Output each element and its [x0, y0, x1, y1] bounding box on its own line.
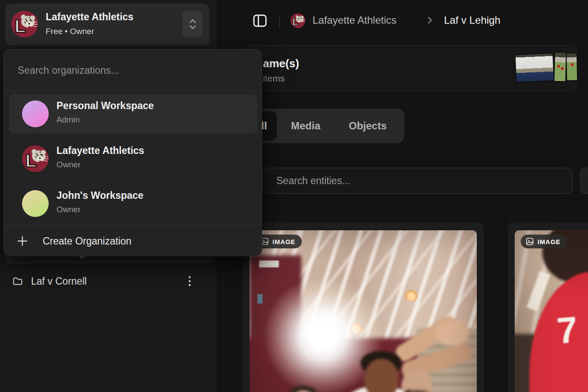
collection-title-fragment: ame(s): [263, 57, 299, 70]
workspace-role: Admin: [56, 115, 80, 125]
entity-card-body: 7 IMAGE: [508, 223, 588, 392]
entity-card-body: 44 IMAGE: [243, 223, 484, 392]
image-type-badge: IMAGE: [521, 235, 567, 248]
workspace-role: Owner: [56, 160, 81, 169]
collection-item-count-fragment: items: [263, 73, 285, 84]
org-option-johns-workspace[interactable]: John's Workspace Owner: [9, 184, 257, 223]
tab-objects[interactable]: Objects: [335, 111, 401, 141]
org-option-personal-workspace[interactable]: Personal Workspace Admin: [9, 94, 257, 133]
collection-summary-card[interactable]: ame(s) items: [241, 45, 576, 91]
item-menu-button[interactable]: [184, 276, 195, 287]
workspace-avatar: [22, 190, 49, 217]
image-icon: [525, 237, 534, 246]
sidebar-item-laf-v-cornell[interactable]: Laf v Cornell: [5, 270, 213, 292]
collection-thumbnails: [516, 51, 577, 86]
thumbnail-football-players-2: [566, 53, 577, 80]
org-switcher-button[interactable]: L Lafayette Athletics Free • Owner: [5, 3, 210, 45]
main-content: L Lafayette Athletics Laf v Lehigh ame(s…: [218, 0, 588, 392]
org-option-lafayette-athletics[interactable]: L Lafayette Athletics Owner: [9, 139, 257, 178]
thumbnail-football-players: [554, 53, 566, 82]
breadcrumb-org[interactable]: Lafayette Athletics: [313, 14, 397, 26]
svg-text:L: L: [15, 16, 26, 36]
svg-text:L: L: [25, 150, 37, 171]
org-avatar-logo: L: [22, 145, 49, 172]
search-entities-input[interactable]: [262, 168, 572, 194]
topbar-divider: [279, 14, 280, 28]
org-logo: L: [11, 11, 38, 38]
search-organizations-input[interactable]: [8, 57, 257, 83]
chevron-right-icon: [425, 16, 435, 25]
entity-card-basketball-1[interactable]: 44 IMAGE: [243, 213, 484, 392]
topbar: L Lafayette Athletics Laf v Lehigh: [218, 0, 588, 39]
photo-basketball-box-out[interactable]: 44 IMAGE: [250, 230, 477, 392]
sidebar-toggle-icon: [253, 13, 267, 28]
svg-text:L: L: [292, 16, 298, 28]
photo-vignette: [515, 230, 588, 392]
plus-icon: [17, 235, 28, 247]
sidebar-toggle-button[interactable]: [252, 13, 268, 29]
kebab-menu-icon: [188, 276, 191, 287]
photo-red-jersey-player[interactable]: 7 IMAGE: [515, 230, 588, 392]
photo-vignette: [250, 230, 477, 392]
folder-icon: [12, 276, 23, 287]
create-organization-button[interactable]: Create Organization: [9, 228, 257, 254]
dropdown-divider: [4, 91, 263, 91]
app-window: L Lafayette Athletics Laf v Lehigh ame(s…: [0, 0, 588, 392]
entity-card-basketball-2[interactable]: 7 IMAGE: [508, 213, 588, 392]
dropdown-divider: [4, 225, 263, 225]
thumbnail-football-field: [516, 53, 554, 82]
org-plan-role: Free • Owner: [46, 27, 94, 36]
chevron-up-down-icon: [188, 18, 197, 31]
org-switcher-chevron-button[interactable]: [182, 11, 203, 38]
organization-dropdown: Personal Workspace Admin L Lafayette Ath…: [3, 49, 262, 256]
workspace-role: Owner: [56, 205, 81, 214]
workspace-avatar: [22, 100, 49, 127]
breadcrumb-org-logo: L: [291, 13, 305, 28]
filter-button-partial[interactable]: [580, 168, 588, 194]
breadcrumb-page: Laf v Lehigh: [444, 14, 500, 26]
image-type-badge: IMAGE: [256, 235, 302, 248]
org-name: Lafayette Athletics: [46, 11, 134, 23]
tab-media[interactable]: Media: [278, 111, 333, 141]
content-type-tabs: All Media Objects: [241, 109, 404, 143]
